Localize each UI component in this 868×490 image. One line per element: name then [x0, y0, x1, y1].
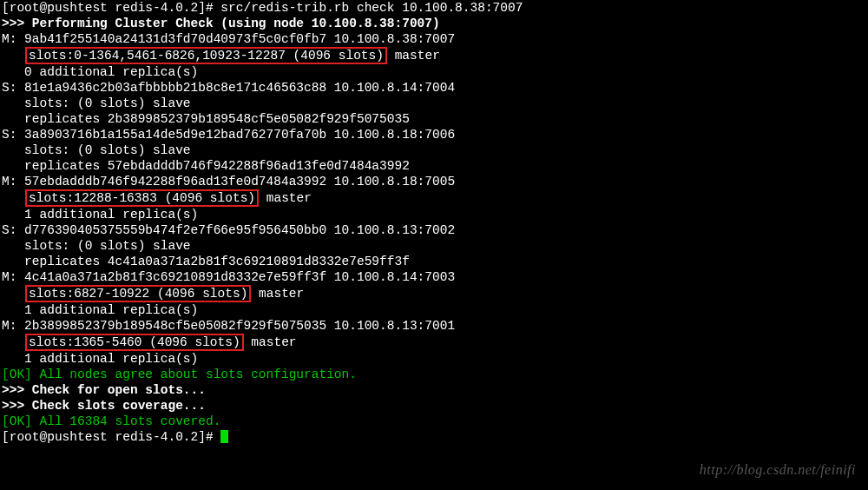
- slots-line: slots:6827-10922 (4096 slots) master: [2, 285, 866, 302]
- prompt-text: [root@pushtest redis-4.0.2]#: [2, 430, 220, 444]
- replicates-line: replicates 2b3899852379b189548cf5e05082f…: [2, 111, 866, 127]
- master-node-line: M: 9ab41f255140a24131d3fd70d40973f5c0cf0…: [2, 31, 866, 47]
- slots-line: slots:12288-16383 (4096 slots) master: [2, 189, 866, 207]
- ok-status-line: [OK] All nodes agree about slots configu…: [2, 367, 866, 382]
- slots-highlight-box: slots:0-1364,5461-6826,10923-12287 (4096…: [25, 47, 387, 64]
- slots-line: slots:1365-5460 (4096 slots) master: [2, 334, 866, 351]
- prompt-line[interactable]: [root@pushtest redis-4.0.2]#: [2, 429, 866, 445]
- role-label: master: [244, 335, 297, 349]
- slots-line: slots: (0 slots) slave: [2, 142, 866, 158]
- master-node-line: M: 2b3899852379b189548cf5e05082f929f5075…: [2, 318, 866, 334]
- master-node-line: M: 57ebdadddb746f942288f96ad13fe0d7484a3…: [2, 174, 866, 189]
- replica-count-line: 1 additional replica(s): [2, 351, 866, 367]
- replica-count-line: 1 additional replica(s): [2, 302, 866, 318]
- replicates-line: replicates 57ebdadddb746f942288f96ad13fe…: [2, 158, 866, 174]
- watermark-text: http://blog.csdn.net/feinifi: [700, 462, 856, 478]
- role-label: master: [387, 49, 440, 63]
- cursor-icon: [220, 430, 228, 443]
- slots-line: slots: (0 slots) slave: [2, 238, 866, 254]
- slave-node-line: S: 3a8903716b1a155a14de5d9e12bad762770fa…: [2, 127, 866, 142]
- terminal-output[interactable]: [root@pushtest redis-4.0.2]# src/redis-t…: [0, 0, 868, 445]
- command-line: [root@pushtest redis-4.0.2]# src/redis-t…: [2, 0, 866, 16]
- master-node-line: M: 4c41a0a371a2b81f3c69210891d8332e7e59f…: [2, 269, 866, 285]
- role-label: master: [251, 287, 304, 301]
- slots-highlight-box: slots:6827-10922 (4096 slots): [25, 285, 251, 302]
- cluster-check-header: >>> Performing Cluster Check (using node…: [2, 16, 866, 31]
- slots-highlight-box: slots:1365-5460 (4096 slots): [25, 334, 244, 351]
- role-label: master: [259, 191, 312, 205]
- check-header: >>> Check for open slots...: [2, 382, 866, 398]
- check-header: >>> Check slots coverage...: [2, 398, 866, 414]
- replicates-line: replicates 4c41a0a371a2b81f3c69210891d83…: [2, 254, 866, 269]
- slots-line: slots:0-1364,5461-6826,10923-12287 (4096…: [2, 47, 866, 64]
- ok-status-line: [OK] All 16384 slots covered.: [2, 414, 866, 429]
- slots-line: slots: (0 slots) slave: [2, 96, 866, 111]
- slave-node-line: S: 81e1a9436c2b03afbbbbb21b8c8e171c46563…: [2, 80, 866, 96]
- replica-count-line: 1 additional replica(s): [2, 207, 866, 222]
- slots-highlight-box: slots:12288-16383 (4096 slots): [25, 189, 259, 207]
- replica-count-line: 0 additional replica(s): [2, 64, 866, 80]
- slave-node-line: S: d776390405375559b474f2e7f66e95f956450…: [2, 222, 866, 238]
